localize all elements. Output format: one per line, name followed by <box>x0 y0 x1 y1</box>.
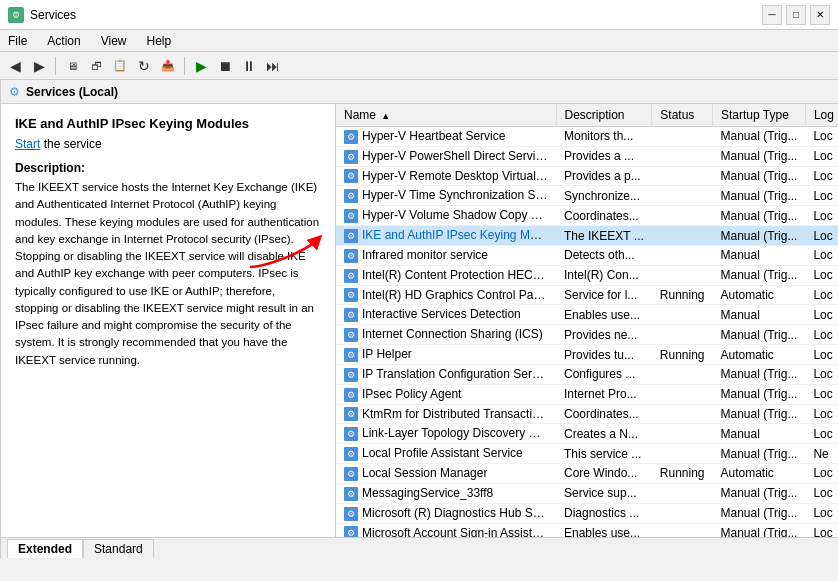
back-button[interactable]: ◀ <box>4 55 26 77</box>
service-name-text: MessagingService_33ff8 <box>362 486 493 500</box>
service-status <box>652 325 713 345</box>
table-row[interactable]: ⚙Link-Layer Topology Discovery Ma...Crea… <box>336 424 838 444</box>
table-row[interactable]: ⚙Microsoft Account Sign-in AssistantEnab… <box>336 523 838 537</box>
col-log[interactable]: Log <box>805 104 838 127</box>
toolbar: ◀ ▶ 🖥 🗗 📋 ↻ 📤 ▶ ⏹ ⏸ ⏭ <box>0 52 838 80</box>
service-startup: Manual (Trig... <box>713 325 806 345</box>
restart-service-button[interactable]: ⏭ <box>262 55 284 77</box>
col-startup-type[interactable]: Startup Type <box>713 104 806 127</box>
forward-button[interactable]: ▶ <box>28 55 50 77</box>
app-icon: ⚙ <box>8 7 24 23</box>
selected-service-title: IKE and AuthIP IPsec Keying Modules <box>15 116 321 131</box>
new-window-button[interactable]: 🗗 <box>85 55 107 77</box>
table-row[interactable]: ⚙Intel(R) HD Graphics Control Panel...Se… <box>336 285 838 305</box>
content-panel: ⚙ Services (Local) IKE and AuthIP IPsec … <box>1 80 838 559</box>
service-status <box>652 523 713 537</box>
tab-standard[interactable]: Standard <box>83 539 154 558</box>
red-arrow-indicator <box>245 232 325 272</box>
service-status <box>652 245 713 265</box>
maximize-button[interactable]: □ <box>786 5 806 25</box>
service-startup: Automatic <box>713 345 806 365</box>
service-icon: ⚙ <box>344 229 358 243</box>
service-desc: Core Windo... <box>556 464 652 484</box>
service-log: Loc <box>805 186 838 206</box>
service-log: Loc <box>805 424 838 444</box>
menu-file[interactable]: File <box>4 32 31 50</box>
table-row[interactable]: ⚙Hyper-V Time Synchronization Ser...Sync… <box>336 186 838 206</box>
service-name: ⚙Link-Layer Topology Discovery Ma... <box>336 424 556 444</box>
toolbar-separator-2 <box>184 57 185 75</box>
table-row[interactable]: ⚙Hyper-V Heartbeat ServiceMonitors th...… <box>336 127 838 147</box>
service-startup: Manual (Trig... <box>713 206 806 226</box>
service-log: Loc <box>805 364 838 384</box>
service-name: ⚙Hyper-V PowerShell Direct Service <box>336 146 556 166</box>
table-row[interactable]: ⚙Local Session ManagerCore Windo...Runni… <box>336 464 838 484</box>
tab-extended[interactable]: Extended <box>7 539 83 558</box>
service-log: Loc <box>805 166 838 186</box>
table-row[interactable]: ⚙IPsec Policy AgentInternet Pro...Manual… <box>336 384 838 404</box>
table-row[interactable]: ⚙KtmRm for Distributed Transaction...Coo… <box>336 404 838 424</box>
service-icon: ⚙ <box>344 150 358 164</box>
export-button[interactable]: 📤 <box>157 55 179 77</box>
main-area: ⚙ Services (Local) ⚙ Services (Local) IK… <box>0 80 838 559</box>
table-row[interactable]: ⚙Hyper-V PowerShell Direct ServiceProvid… <box>336 146 838 166</box>
service-log: Loc <box>805 127 838 147</box>
table-row[interactable]: ⚙Infrared monitor serviceDetects oth...M… <box>336 245 838 265</box>
service-startup: Manual (Trig... <box>713 146 806 166</box>
col-description[interactable]: Description <box>556 104 652 127</box>
table-row[interactable]: ⚙Interactive Services DetectionEnables u… <box>336 305 838 325</box>
service-name-text: Intel(R) Content Protection HECI S... <box>362 268 556 282</box>
service-name-text: Hyper-V Volume Shadow Copy Re... <box>362 208 556 222</box>
service-desc: Internet Pro... <box>556 384 652 404</box>
service-desc: Detects oth... <box>556 245 652 265</box>
table-row[interactable]: ⚙MessagingService_33ff8Service sup...Man… <box>336 483 838 503</box>
table-row[interactable]: ⚙Hyper-V Remote Desktop Virtualiz...Prov… <box>336 166 838 186</box>
service-desc: Service sup... <box>556 483 652 503</box>
service-icon: ⚙ <box>344 407 358 421</box>
service-desc: Enables use... <box>556 523 652 537</box>
services-table: Name ▲ Description Status Startup Type L… <box>336 104 838 537</box>
service-name: ⚙Hyper-V Heartbeat Service <box>336 127 556 147</box>
service-icon: ⚙ <box>344 348 358 362</box>
refresh-button[interactable]: ↻ <box>133 55 155 77</box>
sort-arrow-name: ▲ <box>381 111 390 121</box>
service-name: ⚙Interactive Services Detection <box>336 305 556 325</box>
table-row[interactable]: ⚙Local Profile Assistant ServiceThis ser… <box>336 444 838 464</box>
stop-service-button[interactable]: ⏹ <box>214 55 236 77</box>
table-row[interactable]: ⚙IKE and AuthIP IPsec Keying Modu...The … <box>336 226 838 246</box>
service-name: ⚙IP Translation Configuration Service <box>336 364 556 384</box>
menu-view[interactable]: View <box>97 32 131 50</box>
service-icon: ⚙ <box>344 189 358 203</box>
menu-help[interactable]: Help <box>143 32 176 50</box>
table-row[interactable]: ⚙Internet Connection Sharing (ICS)Provid… <box>336 325 838 345</box>
service-name-text: IPsec Policy Agent <box>362 387 461 401</box>
service-startup: Manual (Trig... <box>713 384 806 404</box>
col-name[interactable]: Name ▲ <box>336 104 556 127</box>
service-name-text: Internet Connection Sharing (ICS) <box>362 327 543 341</box>
properties-button[interactable]: 📋 <box>109 55 131 77</box>
service-log: Loc <box>805 483 838 503</box>
service-startup: Manual (Trig... <box>713 226 806 246</box>
start-service-link[interactable]: Start <box>15 137 40 151</box>
service-desc: Creates a N... <box>556 424 652 444</box>
menu-action[interactable]: Action <box>43 32 84 50</box>
table-row[interactable]: ⚙IP Translation Configuration ServiceCon… <box>336 364 838 384</box>
table-row[interactable]: ⚙Microsoft (R) Diagnostics Hub Sta...Dia… <box>336 503 838 523</box>
service-status <box>652 146 713 166</box>
service-startup: Manual <box>713 305 806 325</box>
table-row[interactable]: ⚙Intel(R) Content Protection HECI S...In… <box>336 265 838 285</box>
service-log: Loc <box>805 523 838 537</box>
close-button[interactable]: ✕ <box>810 5 830 25</box>
table-row[interactable]: ⚙IP HelperProvides tu...RunningAutomatic… <box>336 345 838 365</box>
show-console-button[interactable]: 🖥 <box>61 55 83 77</box>
pause-service-button[interactable]: ⏸ <box>238 55 260 77</box>
start-service-button[interactable]: ▶ <box>190 55 212 77</box>
window-title: Services <box>30 8 76 22</box>
col-status[interactable]: Status <box>652 104 713 127</box>
services-list: Name ▲ Description Status Startup Type L… <box>336 104 838 537</box>
minimize-button[interactable]: ─ <box>762 5 782 25</box>
table-row[interactable]: ⚙Hyper-V Volume Shadow Copy Re...Coordin… <box>336 206 838 226</box>
services-tbody: ⚙Hyper-V Heartbeat ServiceMonitors th...… <box>336 127 838 538</box>
description-pane: IKE and AuthIP IPsec Keying Modules Star… <box>1 104 336 537</box>
service-startup: Automatic <box>713 285 806 305</box>
